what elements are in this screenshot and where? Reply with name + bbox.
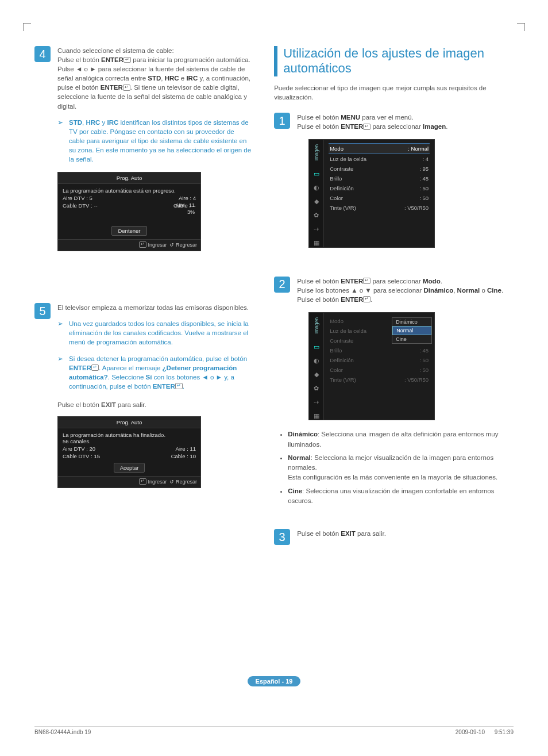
- r-step-3: 3 Pulse el botón EXIT para salir.: [274, 529, 514, 538]
- exit-c: para salir.: [116, 401, 146, 408]
- input-icon: ⇢: [312, 398, 321, 406]
- p1-r2l: Cable DTV : --: [63, 202, 98, 209]
- p1-subv2: 3%: [187, 209, 195, 215]
- panel2-body: La programación automática ha finalizado…: [58, 428, 200, 476]
- channel-icon: ◆: [312, 370, 321, 378]
- step4-text: Cuando seleccione el sistema de cable: P…: [57, 46, 251, 111]
- r2-text: Pulse el botón ENTER↵ para seleccionar M…: [297, 277, 514, 304]
- s4-l2b: ENTER: [101, 56, 124, 63]
- s4-l2c: para iniciar la programación automática.: [131, 56, 250, 63]
- menu2-row-tint[interactable]: Tinte (V/R): V50/R50: [329, 375, 430, 385]
- enter-icon: ↵: [175, 383, 183, 389]
- panel2-ok-button[interactable]: Aceptar: [114, 463, 145, 473]
- return-icon: ↺: [169, 242, 174, 248]
- m2-r5v: : 50: [419, 357, 429, 363]
- m2-r7k: Tinte (V/R): [330, 377, 356, 383]
- exit-a: Pulse el botón: [57, 401, 101, 408]
- menu1-row-color[interactable]: Color: 50: [329, 193, 430, 203]
- footer-right: 2009-09-10 9:51:39: [456, 729, 514, 735]
- prog-auto-panel-progress: Prog. Auto La programación automática es…: [57, 172, 201, 251]
- return-icon: ↺: [169, 479, 174, 485]
- menu1-row-tint[interactable]: Tinte (V/R): V50/R50: [329, 203, 430, 213]
- s5-n2i: .: [183, 383, 184, 390]
- r1-l2d: Imagen: [423, 123, 446, 130]
- enter-icon: ↵: [363, 278, 371, 284]
- picture-icon: ▭: [312, 170, 321, 178]
- r1-l1a: Pulse el botón: [297, 114, 341, 121]
- r2-l2b: Dinámico: [423, 287, 453, 294]
- m1-r6v: : 50: [419, 195, 429, 201]
- page-badge: Español - 19: [248, 676, 301, 686]
- p2-r1l: Aire DTV : 20: [63, 446, 95, 452]
- s5-n2f: Sí: [146, 374, 152, 381]
- r1-l1c: para ver el menú.: [360, 114, 414, 121]
- m1-r3k: Contraste: [330, 166, 353, 172]
- m1-r2k: Luz de la celda: [330, 156, 366, 162]
- m2-r6k: Color: [330, 367, 343, 373]
- app-icon: ▦: [312, 239, 321, 247]
- s4-l2a: Pulse el botón: [57, 56, 101, 63]
- menu1-row-def[interactable]: Definición: 50: [329, 183, 430, 193]
- enter-icon: ↵: [124, 57, 131, 63]
- p1-r1l: Aire DTV : 5: [63, 195, 92, 201]
- m2-r2k: Luz de la celda: [330, 328, 366, 334]
- m1-r6k: Color: [330, 195, 343, 201]
- s4-n1e: IRC: [107, 119, 118, 126]
- menu2-row-def[interactable]: Definición: 50: [329, 355, 430, 365]
- m1-r3v: : 95: [419, 166, 429, 172]
- menu1-row-luz[interactable]: Luz de la celda: 4: [329, 154, 430, 164]
- r2-l3b: ENTER: [341, 296, 363, 303]
- app-icon: ▦: [312, 412, 321, 420]
- exit-line: Pulse el botón EXIT para salir.: [57, 401, 251, 408]
- r1-l2c: para seleccionar: [371, 123, 423, 130]
- step5-note1: Una vez guardados todos los canales disp…: [57, 319, 251, 347]
- menu2-row-color[interactable]: Color: 50: [329, 365, 430, 375]
- menu1-row-modo[interactable]: Modo: Normal: [329, 143, 430, 154]
- b2c: Esta configuración es la más conveniente…: [288, 474, 497, 481]
- r2-l3c: .: [371, 296, 372, 303]
- m1-r4k: Brillo: [330, 175, 342, 182]
- setup-icon: ✿: [312, 384, 321, 392]
- tv-main: Modo: Normal Luz de la celda: 4 Contrast…: [324, 140, 434, 247]
- enter-icon: ↵: [139, 241, 146, 248]
- s5-n2a: Si desea detener la programación automát…: [69, 355, 247, 362]
- tv-side-label-2: Imagen: [314, 317, 319, 333]
- r2-l2e: o: [480, 287, 487, 294]
- step-number-1: 1: [274, 113, 290, 129]
- b2b: : Selecciona la mejor visualización de l…: [288, 454, 493, 471]
- tv-main-2: Modo : Dinámico Normal Cine Luz de la ce…: [324, 313, 434, 420]
- step-5: 5 El televisor empieza a memorizar todas…: [34, 303, 251, 488]
- r2-l2d: Normal: [457, 287, 480, 294]
- menu2-row-modo[interactable]: Modo : Dinámico Normal Cine: [329, 316, 430, 326]
- dd-normal[interactable]: Normal: [392, 326, 431, 335]
- b2a: Normal: [288, 454, 311, 461]
- m1-r4v: : 45: [419, 175, 429, 182]
- p1-subv1: 11: [189, 202, 195, 208]
- dd-dinamico[interactable]: Dinámico: [392, 318, 431, 326]
- m2-r4v: : 45: [419, 347, 429, 354]
- menu1-row-brillo[interactable]: Brillo: 45: [329, 174, 430, 183]
- p1-f-return: Regresar: [176, 242, 197, 248]
- r2-l1b: ENTER: [341, 278, 363, 285]
- p2-r1r: Aire : 11: [176, 446, 196, 452]
- r2-l1d: Modo: [423, 278, 441, 285]
- panel2-footer: ↵ Ingresar ↺ Regresar: [58, 476, 200, 488]
- s5-n2b: ENTER: [69, 364, 91, 371]
- dd-cine[interactable]: Cine: [392, 335, 431, 343]
- s5-n2c: . Aparece el mensaje: [99, 364, 163, 371]
- s4-n1c: HRC: [86, 119, 100, 126]
- r3-l1a: Pulse el botón: [297, 530, 341, 537]
- enter-icon: ↵: [91, 364, 99, 371]
- b3b: : Selecciona una visualización de imagen…: [288, 488, 494, 504]
- m1-r5v: : 50: [419, 185, 429, 191]
- m2-r4k: Brillo: [330, 347, 342, 354]
- r1-l2a: Pulse el botón: [297, 123, 341, 130]
- menu1-row-contraste[interactable]: Contraste: 95: [329, 164, 430, 174]
- panel1-msg: La programación automática está en progr…: [63, 187, 196, 194]
- step-4: 4 Cuando seleccione el sistema de cable:…: [34, 46, 251, 251]
- m1-r7k: Tinte (V/R): [330, 205, 356, 211]
- menu2-row-brillo[interactable]: Brillo: 45: [329, 346, 430, 355]
- p1-r1r: Aire : 4: [179, 195, 196, 201]
- panel1-stop-button[interactable]: Dentener: [111, 226, 146, 236]
- mode-dropdown: Dinámico Normal Cine: [392, 317, 432, 344]
